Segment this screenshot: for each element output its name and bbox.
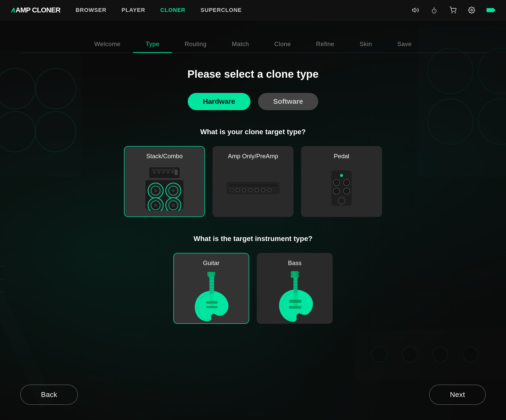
svg-point-71 <box>213 272 215 274</box>
card-guitar-label: Guitar <box>203 259 219 267</box>
equipment-card-group: Stack/Combo <box>20 146 486 217</box>
svg-point-59 <box>335 181 338 184</box>
page-title: Please select a clone type <box>20 68 486 80</box>
svg-line-22 <box>434 11 435 11</box>
card-pedal-label: Pedal <box>334 153 349 160</box>
svg-point-57 <box>340 174 343 177</box>
step-tabs: Welcome Type Routing Match Clone Refine … <box>20 35 486 53</box>
software-button[interactable]: Software <box>258 93 318 110</box>
svg-rect-33 <box>175 170 178 175</box>
tab-skin[interactable]: Skin <box>347 35 385 53</box>
card-amp-only[interactable]: Amp Only/PreAmp <box>213 146 293 217</box>
svg-rect-47 <box>226 182 280 194</box>
card-pedal[interactable]: Pedal <box>301 146 382 217</box>
svg-rect-27 <box>152 169 177 171</box>
svg-rect-96 <box>289 306 301 309</box>
card-guitar[interactable]: Guitar <box>173 253 249 324</box>
svg-rect-95 <box>289 300 301 303</box>
svg-rect-80 <box>206 301 218 304</box>
tab-refine[interactable]: Refine <box>303 35 347 53</box>
svg-point-67 <box>340 199 344 203</box>
tab-routing[interactable]: Routing <box>172 35 219 53</box>
main-content: Welcome Type Routing Match Clone Refine … <box>0 20 506 359</box>
svg-point-46 <box>172 204 175 207</box>
svg-point-30 <box>162 171 165 174</box>
clone-target-question: What is your clone target type? <box>20 128 486 136</box>
nav-icons <box>410 5 496 16</box>
nav-cloner[interactable]: CLONER <box>160 7 185 13</box>
svg-point-37 <box>154 189 157 192</box>
tab-save[interactable]: Save <box>385 35 424 53</box>
clone-type-buttons: Hardware Software <box>20 93 486 110</box>
svg-point-86 <box>297 274 299 277</box>
speaker-icon[interactable] <box>410 5 421 16</box>
card-stack-combo-image <box>130 165 199 211</box>
card-bass-label: Bass <box>288 259 301 267</box>
card-stack-combo[interactable]: Stack/Combo <box>124 146 205 217</box>
cart-icon[interactable] <box>447 5 458 16</box>
tab-type[interactable]: Type <box>133 35 172 53</box>
logo: ∧AMP CLONER <box>10 6 60 14</box>
svg-point-40 <box>172 189 175 192</box>
logo-symbol: ∧ <box>10 6 15 14</box>
instrument-question: What is the target instrument type? <box>20 235 486 243</box>
svg-point-51 <box>249 188 252 192</box>
tab-clone[interactable]: Clone <box>262 35 303 53</box>
svg-point-43 <box>154 204 157 207</box>
svg-point-63 <box>335 190 338 193</box>
svg-marker-19 <box>412 8 415 12</box>
bottom-navigation: Back Next <box>20 385 486 405</box>
settings-icon[interactable] <box>466 5 477 16</box>
svg-point-72 <box>213 274 215 276</box>
svg-point-50 <box>242 188 246 192</box>
hardware-button[interactable]: Hardware <box>188 93 250 110</box>
svg-point-23 <box>452 12 452 13</box>
nav-superclone[interactable]: SUPERCLONE <box>201 7 242 13</box>
battery-icon <box>485 5 496 16</box>
navbar: ∧AMP CLONER BROWSER PLAYER CLONER SUPERC… <box>0 0 506 20</box>
svg-rect-48 <box>229 184 277 186</box>
back-button[interactable]: Back <box>20 385 78 405</box>
svg-point-85 <box>297 271 299 274</box>
svg-point-54 <box>268 188 271 192</box>
svg-point-84 <box>290 274 293 277</box>
svg-point-28 <box>153 171 156 174</box>
card-bass-image <box>275 271 315 324</box>
nav-links: BROWSER PLAYER CLONER SUPERCLONE <box>76 7 410 13</box>
tab-match[interactable]: Match <box>219 35 262 53</box>
svg-rect-81 <box>206 306 218 308</box>
svg-point-29 <box>158 171 160 174</box>
svg-point-53 <box>261 188 265 192</box>
next-button[interactable]: Next <box>429 385 486 405</box>
svg-point-49 <box>236 188 240 192</box>
svg-point-61 <box>345 181 348 184</box>
card-pedal-image <box>307 165 376 211</box>
logo-name: AMP CLONER <box>15 6 60 14</box>
card-amp-only-image <box>218 165 288 211</box>
svg-point-24 <box>455 12 455 13</box>
instrument-card-group: Guitar <box>20 253 486 324</box>
card-bass[interactable]: Bass <box>257 253 333 324</box>
svg-point-31 <box>167 171 169 174</box>
card-amp-only-label: Amp Only/PreAmp <box>228 153 278 160</box>
svg-rect-55 <box>230 189 234 191</box>
tab-welcome[interactable]: Welcome <box>82 35 133 53</box>
svg-point-70 <box>207 274 209 276</box>
tuner-icon[interactable] <box>429 5 440 16</box>
svg-point-83 <box>290 271 293 274</box>
svg-point-65 <box>345 190 348 193</box>
nav-player[interactable]: PLAYER <box>122 7 145 13</box>
svg-point-21 <box>432 9 436 13</box>
card-stack-combo-label: Stack/Combo <box>146 153 183 160</box>
logo-text: ∧AMP CLONER <box>10 6 60 14</box>
svg-point-52 <box>255 188 259 192</box>
svg-point-32 <box>171 171 174 174</box>
svg-point-25 <box>471 9 473 11</box>
card-guitar-image <box>191 271 231 324</box>
svg-point-69 <box>207 272 209 274</box>
nav-browser[interactable]: BROWSER <box>76 7 107 13</box>
